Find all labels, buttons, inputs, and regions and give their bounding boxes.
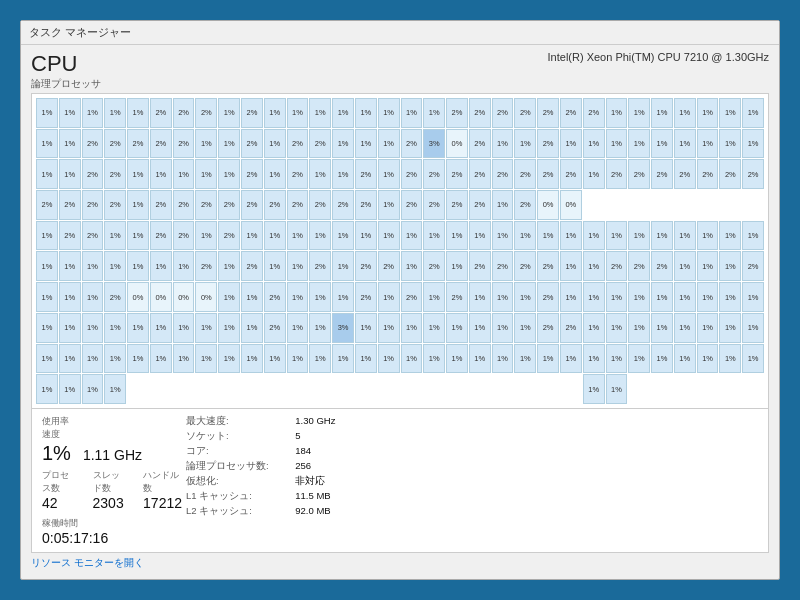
cpu-cell: 2%	[59, 190, 81, 220]
cpu-cell: 1%	[583, 344, 605, 374]
process-label: プロセス数	[42, 469, 77, 495]
cpu-cell: 1%	[492, 313, 514, 343]
cpu-cell: 2%	[127, 129, 149, 159]
l2-label: L2 キャッシュ:	[186, 505, 279, 518]
cpu-cell: 2%	[514, 251, 536, 281]
main-window: タスク マネージャー CPU 論理プロセッサ Intel(R) Xeon Phi…	[20, 20, 780, 580]
cpu-cell	[697, 374, 719, 404]
resource-monitor-link[interactable]: リソース モニターを開く	[31, 553, 769, 573]
cpu-cell: 1%	[401, 313, 423, 343]
cpu-cell: 1%	[719, 221, 741, 251]
cpu-cell: 1%	[674, 313, 696, 343]
cpu-cell	[674, 190, 696, 220]
cpu-cell: 1%	[241, 313, 263, 343]
cpu-cell: 2%	[241, 190, 263, 220]
cpu-cell	[651, 190, 673, 220]
l2-value: 92.0 MB	[295, 505, 346, 518]
cpu-cell: 1%	[651, 98, 673, 128]
cpu-cell: 2%	[719, 159, 741, 189]
cpu-cell: 1%	[264, 221, 286, 251]
cpu-cell: 1%	[104, 251, 126, 281]
cpu-cell: 2%	[82, 159, 104, 189]
process-count: 42	[42, 495, 77, 511]
max-speed-label: 最大速度:	[186, 415, 279, 428]
cpu-cell: 1%	[150, 251, 172, 281]
cpu-cell: 1%	[628, 129, 650, 159]
cpu-cell: 2%	[446, 190, 468, 220]
cpu-cell: 2%	[401, 282, 423, 312]
cpu-cell: 1%	[628, 313, 650, 343]
cpu-cell: 2%	[195, 98, 217, 128]
cpu-cell: 1%	[469, 313, 491, 343]
cpu-cell: 1%	[742, 344, 764, 374]
cpu-cell	[173, 374, 195, 404]
cpu-cell: 1%	[583, 374, 605, 404]
cpu-cell: 1%	[195, 313, 217, 343]
cpu-cell: 1%	[492, 221, 514, 251]
cpu-cell: 1%	[264, 159, 286, 189]
cpu-cell: 1%	[719, 251, 741, 281]
cpu-cell: 1%	[309, 221, 331, 251]
cpu-cell: 1%	[719, 344, 741, 374]
logical-value: 256	[295, 460, 346, 473]
cpu-cell: 1%	[104, 374, 126, 404]
cpu-cell: 1%	[36, 129, 58, 159]
cpu-cell: 1%	[104, 313, 126, 343]
cpu-cell: 1%	[742, 282, 764, 312]
cpu-cell: 2%	[332, 190, 354, 220]
cpu-cell: 2%	[241, 251, 263, 281]
usage-value: 1%	[42, 443, 71, 463]
cpu-cell: 1%	[606, 98, 628, 128]
cpu-cell: 2%	[104, 129, 126, 159]
cpu-cell: 2%	[423, 190, 445, 220]
cpu-cell: 1%	[195, 129, 217, 159]
cpu-cell: 1%	[719, 129, 741, 159]
cpu-cell	[264, 374, 286, 404]
thread-count: 2303	[93, 495, 128, 511]
cpu-cell: 1%	[355, 344, 377, 374]
cpu-header-left: CPU 論理プロセッサ	[31, 51, 101, 91]
cpu-cell: 1%	[332, 159, 354, 189]
cpu-cell: 1%	[560, 251, 582, 281]
cpu-cell: 1%	[651, 344, 673, 374]
cpu-cell: 2%	[104, 159, 126, 189]
cpu-cell	[241, 374, 263, 404]
cpu-cell: 3%	[423, 129, 445, 159]
l1-label: L1 キャッシュ:	[186, 490, 279, 503]
logical-label: 論理プロセッサ数:	[186, 460, 279, 473]
cpu-cell: 2%	[514, 159, 536, 189]
cpu-cell: 1%	[378, 344, 400, 374]
cpu-cell	[446, 374, 468, 404]
cpu-cell: 1%	[36, 344, 58, 374]
cpu-cell: 2%	[628, 159, 650, 189]
cpu-cell: 1%	[332, 129, 354, 159]
cpu-cell: 2%	[173, 190, 195, 220]
socket-label: ソケット:	[186, 430, 279, 443]
cpu-cell: 2%	[150, 190, 172, 220]
cpu-cell: 2%	[742, 159, 764, 189]
cpu-cell	[560, 374, 582, 404]
cpu-cell: 1%	[355, 129, 377, 159]
cpu-cell: 2%	[82, 129, 104, 159]
max-speed-value: 1.30 GHz	[295, 415, 346, 428]
cpu-cell: 1%	[82, 313, 104, 343]
cpu-cell: 1%	[150, 159, 172, 189]
cpu-cell: 2%	[742, 251, 764, 281]
cpu-cell: 1%	[59, 98, 81, 128]
cpu-cell: 1%	[355, 221, 377, 251]
cpu-cell	[719, 374, 741, 404]
cpu-cell: 1%	[82, 344, 104, 374]
cpu-cell: 0%	[150, 282, 172, 312]
cpu-cell: 2%	[150, 221, 172, 251]
cpu-cell: 1%	[423, 98, 445, 128]
cpu-cell: 1%	[173, 344, 195, 374]
cpu-cell: 1%	[742, 221, 764, 251]
usage-group: 使用率 速度	[42, 415, 69, 441]
cpu-cell: 1%	[469, 344, 491, 374]
process-stats: プロセス数 42 スレッド数 2303 ハンドル数 17212	[42, 469, 182, 511]
cpu-cell: 1%	[332, 344, 354, 374]
cpu-cell: 2%	[537, 98, 559, 128]
cpu-cell: 2%	[423, 159, 445, 189]
cpu-cell: 1%	[309, 344, 331, 374]
cpu-cell: 2%	[104, 190, 126, 220]
